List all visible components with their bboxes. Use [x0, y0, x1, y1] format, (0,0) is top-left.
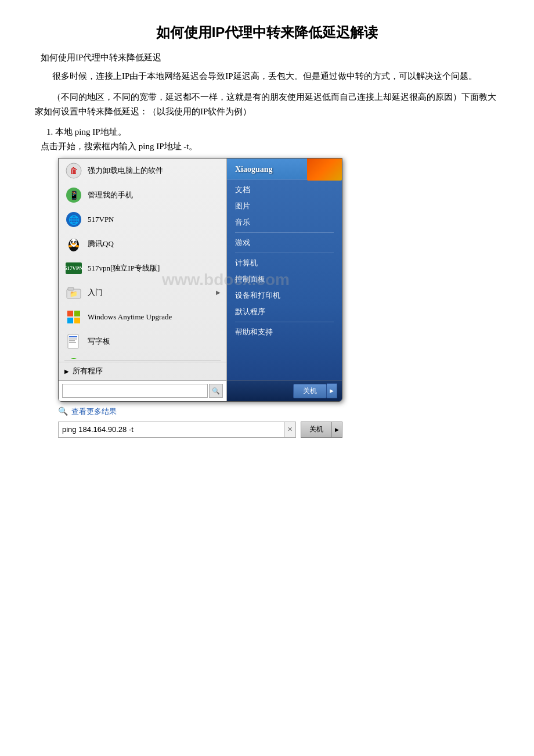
bottom-shutdown-arrow-icon[interactable]: ▶ [332, 422, 342, 438]
svg-rect-26 [69, 342, 76, 343]
right-link-games[interactable]: 游戏 [227, 235, 342, 251]
page-title: 如何使用IP代理中转来降低延迟解读 [35, 23, 499, 42]
search-more[interactable]: 🔍 查看更多结果 [58, 406, 499, 417]
menu-item-517vpn-pro[interactable]: 517VPN 517vpn[独立IP专线版] [59, 256, 226, 280]
svg-rect-19 [74, 311, 80, 316]
right-link-defaults[interactable]: 默认程序 [227, 304, 342, 320]
menu-item-517vpn-label: 517VPN [88, 215, 114, 224]
search-bar: 🔍 [59, 380, 226, 401]
phone-icon: 📱 [64, 186, 83, 204]
startmenu-wrapper: www.bdocx.com 🗑 强力卸载电脑上的软件 [58, 158, 499, 402]
menu-item-phone-label: 管理我的手机 [88, 190, 133, 200]
right-link-controlpanel[interactable]: 控制面板 [227, 271, 342, 287]
svg-rect-21 [74, 318, 80, 323]
svg-rect-20 [67, 318, 73, 323]
right-divider-2 [235, 253, 334, 253]
search-more-label: 查看更多结果 [71, 406, 117, 417]
menu-item-517vpn[interactable]: 🌐 517VPN [59, 207, 226, 232]
menu-item-517vpn-pro-label: 517vpn[独立IP专线版] [88, 263, 160, 273]
menu-item-intro-label: 入门 [88, 287, 103, 298]
menu-items-list: 🗑 强力卸载电脑上的软件 📱 管理我的手机 [59, 159, 226, 359]
360-shield-icon: + [64, 357, 83, 359]
startmenu: www.bdocx.com 🗑 强力卸载电脑上的软件 [58, 158, 342, 402]
menu-search-input[interactable] [62, 384, 208, 398]
right-link-documents[interactable]: 文档 [227, 182, 342, 198]
menu-item-wordpad-label: 写字板 [88, 336, 110, 347]
bottom-search-input[interactable] [58, 422, 284, 438]
svg-text:📱: 📱 [69, 190, 80, 200]
menu-item-qq[interactable]: 腾讯QQ [59, 232, 226, 256]
right-link-pictures[interactable]: 图片 [227, 198, 342, 214]
all-programs-arrow-icon: ▶ [64, 368, 69, 375]
svg-rect-24 [69, 339, 77, 340]
step-1: 1. 本地 ping IP地址。 [46, 127, 499, 138]
svg-rect-25 [69, 340, 75, 341]
svg-point-12 [72, 243, 75, 244]
right-links: 文档 图片 音乐 游戏 计算机 控制面板 设备和打印机 默认程序 帮助和支持 [227, 179, 342, 380]
bottom-search-clear-button[interactable]: ✕ [284, 422, 296, 438]
right-link-computer[interactable]: 计算机 [227, 255, 342, 271]
folder-icon: 📁 [64, 283, 83, 302]
vpn-globe-icon: 🌐 [64, 210, 83, 229]
right-link-music[interactable]: 音乐 [227, 214, 342, 231]
menu-item-wordpad[interactable]: 写字板 [59, 329, 226, 354]
all-programs-label: 所有程序 [73, 366, 103, 376]
menu-search-button[interactable]: 🔍 [209, 384, 223, 398]
username: Xiaoguang [235, 165, 273, 174]
right-shutdown-button[interactable]: 关机 [293, 384, 327, 398]
magnify-icon: 🔍 [58, 406, 68, 416]
svg-point-27 [66, 358, 81, 359]
svg-point-14 [75, 245, 79, 247]
uninstall-icon: 🗑 [64, 161, 83, 180]
svg-text:🗑: 🗑 [70, 167, 78, 175]
notepad-icon [64, 332, 83, 351]
right-shutdown-bar: 关机 ▶ [227, 380, 342, 401]
paragraph-1: 很多时候，连接上IP由于本地网络延迟会导致IP延迟高，丢包大。但是通过做中转的方… [35, 69, 499, 84]
all-programs[interactable]: ▶ 所有程序 [59, 362, 226, 380]
qq-penguin-icon [64, 235, 83, 253]
menu-item-360[interactable]: + 360安全卫士 [59, 354, 226, 359]
menu-divider [64, 360, 221, 361]
bottom-shutdown-button[interactable]: 关机 [301, 422, 332, 438]
svg-rect-23 [69, 336, 77, 337]
svg-point-10 [72, 242, 73, 243]
bottom-bar-wrapper: ✕ 关机 ▶ [58, 422, 342, 438]
right-shutdown-arrow-icon[interactable]: ▶ [327, 383, 337, 398]
svg-point-13 [68, 245, 72, 247]
svg-text:📁: 📁 [70, 290, 78, 298]
menu-item-intro[interactable]: 📁 入门 ▶ [59, 280, 226, 305]
menu-item-phone[interactable]: 📱 管理我的手机 [59, 183, 226, 207]
orange-accent-icon [307, 158, 342, 181]
right-link-help[interactable]: 帮助和支持 [227, 324, 342, 340]
menu-item-uninstall-label: 强力卸载电脑上的软件 [88, 165, 163, 176]
menu-item-windows-upgrade[interactable]: Windows Anytime Upgrade [59, 305, 226, 329]
right-divider-1 [235, 232, 334, 233]
left-panel: 🗑 强力卸载电脑上的软件 📱 管理我的手机 [59, 159, 227, 401]
svg-rect-18 [67, 311, 73, 316]
menu-item-uninstall[interactable]: 🗑 强力卸载电脑上的软件 [59, 159, 226, 183]
paragraph-2: （不同的地区，不同的宽带，延迟都不一样，这就是有的朋友使用延迟低而自己连接上却延… [35, 90, 499, 120]
517vpn-logo-icon: 517VPN [64, 259, 83, 278]
svg-text:🌐: 🌐 [68, 215, 80, 225]
right-divider-3 [235, 322, 334, 322]
click-description: 点击开始，搜索框内输入 ping IP地址 -t。 [41, 141, 499, 152]
intro-arrow-icon: ▶ [216, 289, 221, 296]
menu-item-qq-label: 腾讯QQ [88, 239, 114, 249]
menu-item-windows-upgrade-label: Windows Anytime Upgrade [88, 312, 172, 322]
right-panel: Xiaoguang 文档 图片 音乐 游戏 计算机 控制面板 设备和打印机 默认… [227, 159, 342, 401]
right-link-devices[interactable]: 设备和打印机 [227, 287, 342, 304]
subtitle: 如何使用IP代理中转来降低延迟 [35, 52, 499, 63]
windows-flag-icon [64, 308, 83, 326]
svg-point-11 [75, 242, 77, 243]
